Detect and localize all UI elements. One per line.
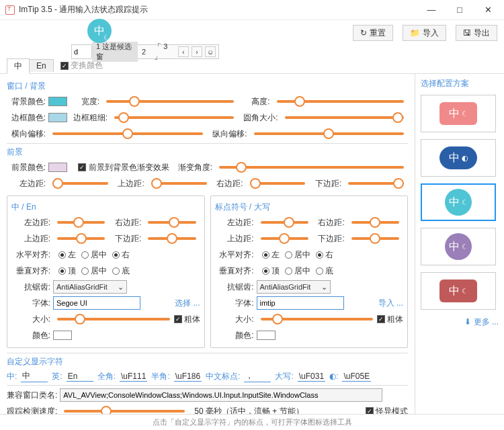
cnen-valign-top[interactable] xyxy=(58,267,66,275)
custom-full-field[interactable]: \uF111 xyxy=(120,372,147,382)
emoji-icon[interactable]: ☺ xyxy=(205,46,216,57)
fg-top-slider[interactable] xyxy=(151,182,207,185)
width-label: 宽度: xyxy=(67,96,99,108)
custom-half-field[interactable]: \uF186 xyxy=(174,372,202,382)
punct-import-link[interactable]: 导入 ... xyxy=(378,298,403,309)
export-button[interactable]: 🖫导出 xyxy=(456,25,497,41)
cnen-halign-center[interactable] xyxy=(81,251,89,259)
punct-font-input[interactable] xyxy=(257,296,344,310)
corner-radius-label: 圆角大小: xyxy=(238,112,278,124)
candidate-2[interactable]: 2 xyxy=(138,48,150,56)
border-weight-slider[interactable] xyxy=(114,116,234,119)
width-slider[interactable] xyxy=(106,100,234,103)
scheme-moon-icon: ☾ xyxy=(462,198,468,207)
bg-color-label: 背景颜色: xyxy=(7,96,46,108)
punct-halign-right[interactable] xyxy=(316,251,323,259)
punct-left-label: 左边距: xyxy=(215,217,254,228)
punct-top-slider[interactable] xyxy=(261,237,308,240)
fg-left-slider[interactable] xyxy=(52,182,108,185)
height-slider[interactable] xyxy=(277,100,405,103)
weird-mode-checkbox[interactable]: ✓ xyxy=(366,407,374,414)
v-offset-slider[interactable] xyxy=(254,132,405,135)
track-speed-value: 50 毫秒（适中，流畅 + 节能） xyxy=(194,406,303,415)
custom-cn-field[interactable]: 中 xyxy=(21,370,48,382)
cnen-choose-link[interactable]: 选择 ... xyxy=(175,298,200,309)
export-icon: 🖫 xyxy=(463,28,471,38)
punct-color-swatch[interactable] xyxy=(257,331,276,340)
custom-cnpunct-field[interactable]: ， xyxy=(244,370,271,382)
custom-caps-field[interactable]: \uF031 xyxy=(298,372,325,382)
scheme-moon-icon: ☾ xyxy=(462,287,468,296)
cnen-antialias-select[interactable]: AntiAliasGridFit⌄ xyxy=(53,280,127,294)
punct-right-slider[interactable] xyxy=(351,221,399,224)
scheme-item-4[interactable]: 中☾ xyxy=(421,272,496,310)
punct-bottom-slider[interactable] xyxy=(351,237,399,240)
fg-color-swatch[interactable] xyxy=(48,163,67,172)
cnen-font-label: 字体: xyxy=(11,298,50,309)
tab-cn[interactable]: 中 xyxy=(7,58,30,74)
scheme-item-1[interactable]: 中◐ xyxy=(421,139,496,177)
cnen-left-slider[interactable] xyxy=(57,221,105,224)
punct-valign-center[interactable] xyxy=(285,267,292,275)
cnen-halign-left[interactable] xyxy=(58,251,66,259)
punct-halign-center[interactable] xyxy=(285,251,292,259)
scheme-item-2[interactable]: 中☾ xyxy=(421,183,496,221)
cnen-valign-center[interactable] xyxy=(81,267,89,275)
cnen-bold-checkbox[interactable]: ✓ xyxy=(174,315,182,323)
cnen-size-slider[interactable] xyxy=(57,318,170,320)
punct-valign-top[interactable] xyxy=(262,267,269,275)
cnen-left-label: 左边距: xyxy=(11,217,50,228)
import-icon: 📁 xyxy=(410,28,420,38)
h-offset-slider[interactable] xyxy=(52,132,203,135)
punct-antialias-select[interactable]: AntiAliasGridFit⌄ xyxy=(257,280,331,294)
track-speed-slider[interactable] xyxy=(64,410,185,413)
scheme-item-3[interactable]: 中☾ xyxy=(421,228,496,265)
custom-en-field[interactable]: En xyxy=(67,372,93,382)
reset-button[interactable]: ↻重置 xyxy=(353,25,393,41)
custom-half-label: 半角: xyxy=(151,371,169,382)
cnen-right-label: 右边距: xyxy=(109,217,141,228)
candidate-1[interactable]: 1 这是候选窗 xyxy=(92,42,138,62)
section-cn-en: 中 / En xyxy=(11,202,200,213)
gradient-checkbox[interactable]: ✓ xyxy=(78,163,86,171)
cnen-top-slider[interactable] xyxy=(57,237,105,240)
custom-en-label: 英: xyxy=(52,371,62,382)
next-page-icon[interactable]: › xyxy=(192,46,202,57)
scheme-moon-icon: ☾ xyxy=(462,110,468,118)
gradient-angle-label: 渐变角度: xyxy=(172,162,212,173)
punct-left-slider[interactable] xyxy=(261,221,308,224)
compat-input[interactable] xyxy=(60,388,382,402)
gradient-angle-slider[interactable] xyxy=(219,166,404,169)
tab-en[interactable]: En xyxy=(30,59,54,72)
maximize-button[interactable]: □ xyxy=(452,5,468,15)
cnen-font-input[interactable] xyxy=(53,296,140,310)
bg-color-swatch[interactable] xyxy=(48,97,67,106)
cnen-valign-bottom[interactable] xyxy=(112,267,120,275)
close-button[interactable]: ✕ xyxy=(480,5,496,15)
scheme-char: 中 xyxy=(449,240,460,254)
import-button[interactable]: 📁导入 xyxy=(403,25,446,41)
custom-other-field[interactable]: \uF05E xyxy=(342,372,371,382)
scheme-title: 选择配置方案 xyxy=(421,78,499,89)
more-schemes-link[interactable]: ⬇ 更多 ... xyxy=(421,316,499,328)
punct-halign-left[interactable] xyxy=(262,251,269,259)
candidate-input[interactable] xyxy=(72,46,92,58)
punct-size-slider[interactable] xyxy=(261,318,374,320)
minimize-button[interactable]: — xyxy=(423,5,439,15)
punct-valign-label: 垂直对齐: xyxy=(215,265,254,277)
corner-radius-slider[interactable] xyxy=(285,116,405,119)
fg-right-slider[interactable] xyxy=(250,182,306,185)
punct-bold-checkbox[interactable]: ✓ xyxy=(377,315,385,323)
cnen-halign-right[interactable] xyxy=(112,251,120,259)
punct-valign-bottom[interactable] xyxy=(316,267,323,275)
candidate-3[interactable]: 「 3 」 xyxy=(150,42,178,62)
fg-bottom-slider[interactable] xyxy=(348,182,404,185)
scheme-item-0[interactable]: 中☾ xyxy=(421,95,496,132)
swap-colors-checkbox[interactable]: ✓ xyxy=(60,62,69,70)
border-color-swatch[interactable] xyxy=(48,113,67,122)
candidate-window: 1 这是候选窗 2 「 3 」 ‹ › ☺ xyxy=(71,44,219,59)
prev-page-icon[interactable]: ‹ xyxy=(178,46,189,57)
cnen-color-swatch[interactable] xyxy=(53,331,72,340)
cnen-bottom-slider[interactable] xyxy=(148,237,196,240)
cnen-right-slider[interactable] xyxy=(148,221,196,224)
